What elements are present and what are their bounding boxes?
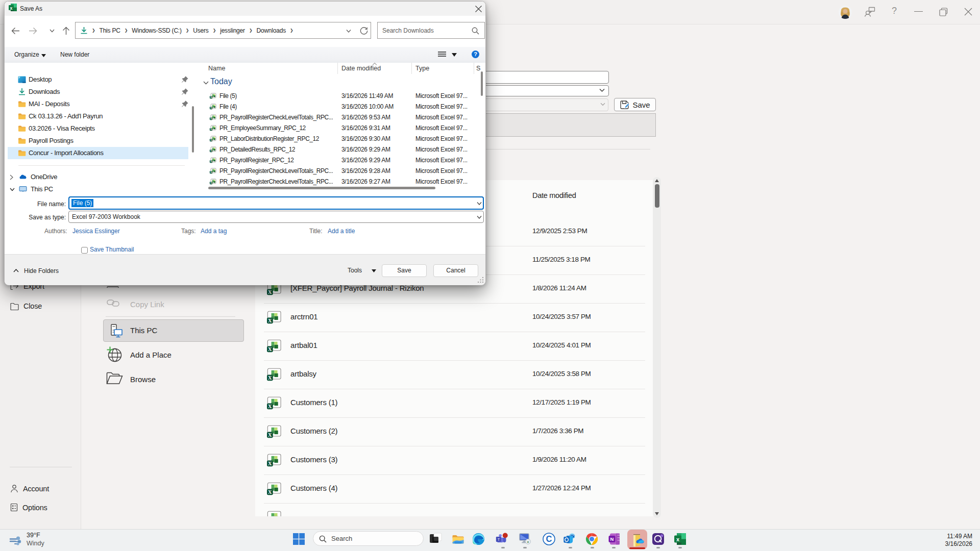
svg-text:C: C	[546, 534, 552, 543]
svg-text:T: T	[498, 538, 500, 542]
svg-text:N: N	[610, 536, 614, 542]
svg-text:x: x	[676, 536, 680, 542]
